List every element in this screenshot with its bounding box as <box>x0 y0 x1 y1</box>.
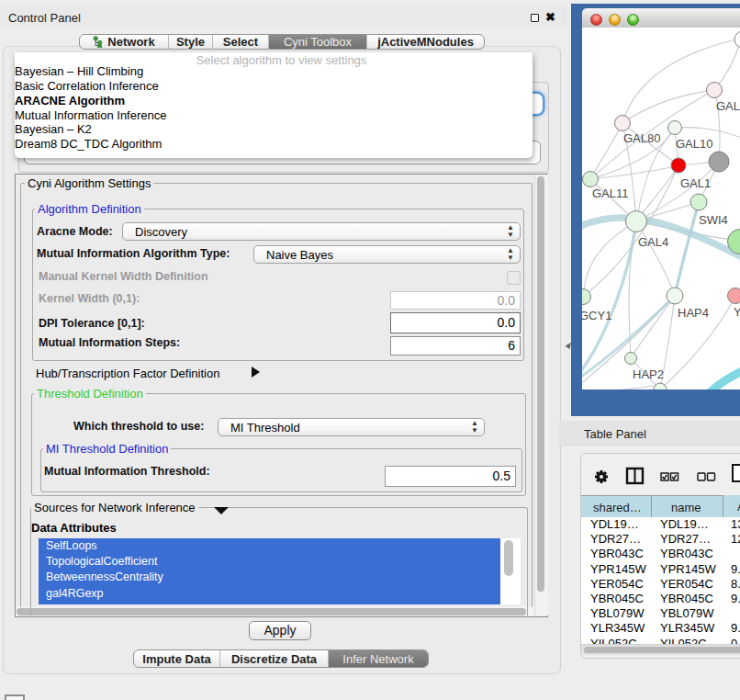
svg-text:GCY1: GCY1 <box>582 309 611 322</box>
svg-text:GAL80: GAL80 <box>623 131 660 145</box>
svg-text:Y: Y <box>734 305 740 319</box>
svg-text:SWI4: SWI4 <box>699 213 728 227</box>
svg-text:GAL11: GAL11 <box>592 186 629 200</box>
svg-text:HAP2: HAP2 <box>633 367 664 381</box>
svg-text:GAL4: GAL4 <box>638 235 668 249</box>
svg-text:GAL7: GAL7 <box>716 99 740 113</box>
svg-text:GAL1: GAL1 <box>680 176 711 190</box>
svg-text:GAL10: GAL10 <box>676 137 712 151</box>
svg-text:HAP4: HAP4 <box>678 306 709 320</box>
